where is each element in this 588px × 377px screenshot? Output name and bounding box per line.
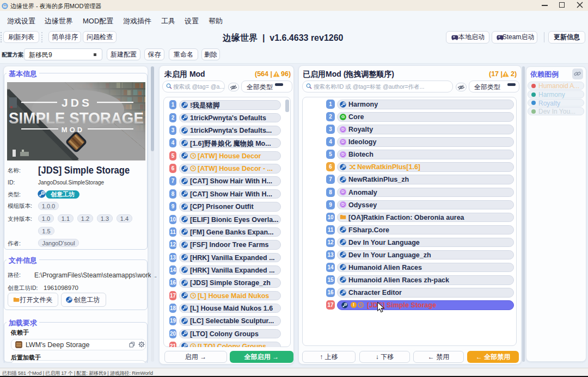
- svg-text:SIMPLE STORAGE: SIMPLE STORAGE: [9, 109, 144, 127]
- svg-text:MOD: MOD: [62, 126, 84, 134]
- svg-text:JDS: JDS: [62, 96, 92, 109]
